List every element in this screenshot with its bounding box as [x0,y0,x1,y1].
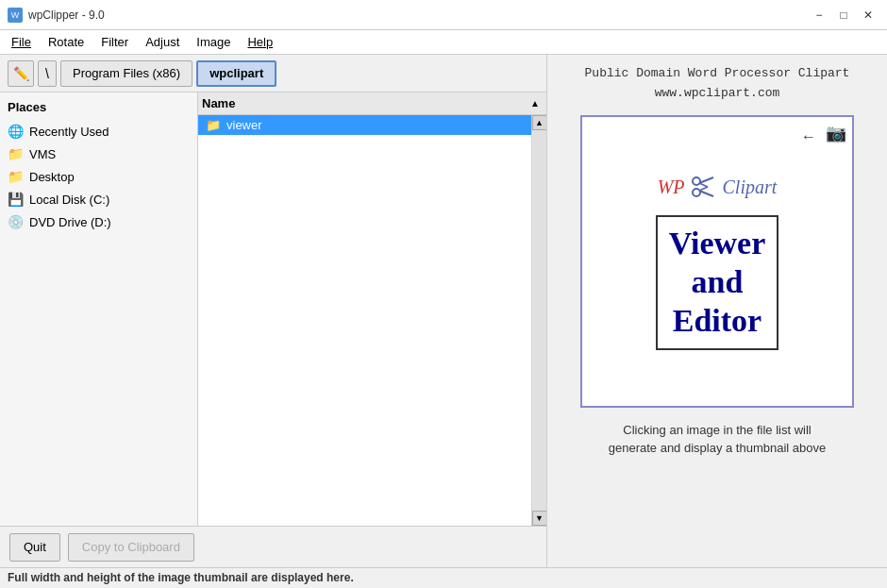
places-panel: Places 🌐 Recently Used 📁 VMS 📁 Desktop 💾… [0,92,198,526]
wpclipart-logo: WP Clipart [656,172,779,202]
place-recently-used[interactable]: 🌐 Recently Used [0,120,197,143]
breadcrumb-bar: ✏️ \ Program Files (x86) wpclipart [0,55,546,92]
place-desktop-label: Desktop [29,170,75,184]
place-local-disk[interactable]: 💾 Local Disk (C:) [0,188,197,210]
sort-arrow-icon: ▲ [527,96,543,111]
copy-to-clipboard-button[interactable]: Copy to Clipboard [68,533,194,562]
svg-line-3 [699,191,713,196]
title-bar: W wpClipper - 9.0 − □ ✕ [0,0,887,30]
app-icon: W [8,8,23,23]
quit-button[interactable]: Quit [9,533,60,562]
clipart-text: Clipart [723,176,778,198]
file-browser: Places 🌐 Recently Used 📁 VMS 📁 Desktop 💾… [0,92,546,526]
file-name-viewer: viewer [226,118,262,132]
place-local-disk-label: Local Disk (C:) [29,193,109,207]
local-disk-icon: 💾 [8,192,24,207]
preview-content: WP Clipart ViewerandEditor [646,162,789,359]
site-info-line2: www.wpclipart.com [585,84,850,104]
close-button[interactable]: ✕ [857,6,879,25]
svg-line-2 [699,177,713,183]
vms-folder-icon: 📁 [8,146,24,161]
status-bar: Full width and height of the image thumb… [0,567,887,588]
inner-box: ViewerandEditor [656,215,779,349]
recently-used-icon: 🌐 [8,124,24,139]
places-header: Places [0,96,197,120]
preview-box: 📷 ← WP Clipart V [580,115,854,408]
scroll-track [533,130,546,511]
site-info: Public Domain Word Processor Clipart www… [585,64,850,104]
scroll-down-button[interactable]: ▼ [532,511,547,526]
right-panel: Public Domain Word Processor Clipart www… [547,55,887,567]
scroll-up-button[interactable]: ▲ [532,115,547,130]
info-text: Clicking an image in the file list will … [609,421,827,458]
file-list-name-header: Name [202,96,527,110]
menu-adjust[interactable]: Adjust [138,33,187,51]
info-text-line2: generate and display a thumbnail above [609,441,827,455]
edit-icon: ✏️ [13,66,29,81]
edit-icon-button[interactable]: ✏️ [8,60,34,87]
file-row-viewer[interactable]: 📁 viewer [198,115,531,135]
place-vms-label: VMS [29,147,56,161]
place-dvd-drive[interactable]: 💿 DVD Drive (D:) [0,210,197,233]
separator-button[interactable]: \ [38,60,57,87]
place-dvd-drive-label: DVD Drive (D:) [29,215,111,229]
place-desktop[interactable]: 📁 Desktop [0,165,197,188]
title-bar-left: W wpClipper - 9.0 [8,8,105,23]
wp-text: WP [658,176,685,198]
left-panel: ✏️ \ Program Files (x86) wpclipart Place… [0,55,547,567]
bottom-bar: Quit Copy to Clipboard [0,526,546,567]
maximize-button[interactable]: □ [832,6,855,25]
breadcrumb-program-files[interactable]: Program Files (x86) [60,60,192,87]
desktop-folder-icon: 📁 [8,169,24,184]
svg-line-4 [699,183,708,187]
menu-filter[interactable]: Filter [93,33,136,51]
folder-icon: 📁 [206,118,221,132]
menu-image[interactable]: Image [189,33,238,51]
menu-help[interactable]: Help [240,33,280,51]
title-text: wpClipper - 9.0 [28,8,105,22]
info-text-line1: Clicking an image in the file list will [623,423,811,437]
main-content: ✏️ \ Program Files (x86) wpclipart Place… [0,55,887,567]
file-list-content: 📁 viewer [198,115,531,526]
breadcrumb-wpclipart[interactable]: wpclipart [196,60,276,87]
status-text: Full width and height of the image thumb… [8,571,354,584]
file-list-header: Name ▲ [198,92,546,115]
preview-corner-icon: 📷 [826,123,846,143]
menu-file[interactable]: File [4,33,39,51]
minimize-button[interactable]: − [808,6,830,25]
place-vms[interactable]: 📁 VMS [0,143,197,165]
scrollbar[interactable]: ▲ ▼ [531,115,546,526]
title-bar-controls: − □ ✕ [808,6,879,25]
viewer-editor-text: ViewerandEditor [669,225,766,340]
menu-rotate[interactable]: Rotate [41,33,92,51]
dvd-drive-icon: 💿 [8,214,24,229]
arrow-indicator: ← [801,128,816,145]
site-info-line1: Public Domain Word Processor Clipart [585,64,850,84]
scissors-svg-icon [689,172,719,202]
backslash-icon: \ [45,66,49,81]
menu-bar: File Rotate Filter Adjust Image Help [0,30,887,55]
place-recently-used-label: Recently Used [29,125,109,139]
file-list-panel: Name ▲ 📁 viewer ▲ ▼ [198,92,546,526]
svg-point-1 [693,189,700,196]
svg-line-5 [699,187,708,191]
svg-point-0 [693,177,700,185]
